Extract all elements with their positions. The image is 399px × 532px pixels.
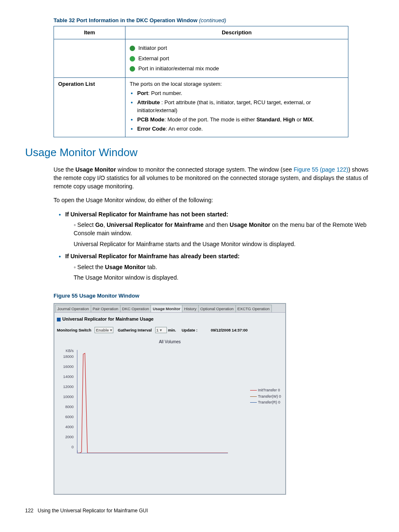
mon-switch-label: Monitoring Switch [57,328,91,332]
chart-legend: InitTransfer 0 Transfer(W) 0 Transfer(R)… [250,388,281,406]
tab-strip: Journal OperationPair OperationDKC Opera… [54,304,285,313]
figure-link[interactable]: Figure 55 (page 122) [294,166,348,173]
initiator-port-label: Initiator port [138,45,167,51]
list-item: If Universal Replicator for Mainframe ha… [65,252,374,282]
y-axis-labels: KB/s 18000 16000 14000 12000 10000 8000 … [59,348,74,455]
port-type-line: External port [130,55,344,62]
tab-usage-monitor[interactable]: Usage Monitor [151,305,182,312]
tab-pair[interactable]: Pair Operation [91,305,120,312]
page-footer: 122 Using the Universal Replicator for M… [25,507,374,514]
title-square-icon [57,318,61,321]
table-caption: Table 32 Port Information in the DKC Ope… [54,17,374,24]
op-list-item: Operation List [54,77,125,137]
interval-dropdown[interactable]: 1 ▾ [155,327,167,333]
tab-journal[interactable]: Journal Operation [55,305,91,312]
section-heading: Usage Monitor Window [25,145,374,160]
table-row: Initiator port External port Port in ini… [54,39,348,78]
external-port-icon [130,56,135,62]
controls-row: Monitoring Switch Enable ▾ Gathering Int… [54,324,285,337]
external-port-label: External port [138,55,169,62]
usage-monitor-window: Journal OperationPair OperationDKC Opera… [54,303,286,495]
op-list-lead: The ports on the local storage system: [130,80,344,88]
table-row: Operation List The ports on the local st… [54,77,348,137]
list-item: Attribute : Port attribute (that is, ini… [137,99,344,114]
result-text: Universal Replicator for Mainframe start… [74,240,374,249]
page-number: 122 [25,508,33,514]
paragraph: Use the Usage Monitor window to monitor … [54,166,374,190]
chart-area: All Volumes KB/s 18000 16000 14000 12000… [54,337,285,494]
list-item: Port: Port number. [137,90,344,97]
update-timestamp: 09/12/2008 14:37:00 [211,328,248,332]
gathering-label: Gathering Interval [118,328,152,332]
col-description: Description [125,26,348,39]
initiator-port-icon [130,46,135,51]
mix-port-icon [130,66,135,72]
op-list: Port: Port number. Attribute : Port attr… [130,90,344,133]
legend-item: Transfer(W) 0 [250,394,281,399]
mix-port-label: Port in initiator/external mix mode [138,65,219,72]
port-info-table: Item Description Initiator port External… [54,26,348,137]
list-item: If Universal Replicator for Mainframe ha… [65,211,374,248]
port-type-line: Port in initiator/external mix mode [130,65,344,72]
paragraph: To open the Usage Monitor window, do eit… [54,196,374,205]
mon-switch-dropdown[interactable]: Enable ▾ [95,327,113,333]
chart-plot [77,350,228,453]
figure-caption: Figure 55 Usage Monitor Window [54,292,374,300]
caption-continued: (continued) [199,17,226,23]
instruction-list: If Universal Replicator for Mainframe ha… [54,211,374,282]
list-item: Select the Usage Monitor tab. The Usage … [74,263,374,282]
tab-optional[interactable]: Optional Operation [198,305,236,312]
caption-text: Table 32 Port Information in the DKC Ope… [54,17,199,23]
list-item: PCB Mode: Mode of the port. The mode is … [137,116,344,123]
min-label: min. [168,328,176,332]
legend-item: Transfer(R) 0 [250,400,281,405]
tab-dkc[interactable]: DKC Operation [120,305,151,312]
result-text: The Usage Monitor window is displayed. [74,274,374,282]
series-inittransfer [78,353,228,453]
list-item: Select Go, Universal Replicator for Main… [74,221,374,248]
port-type-line: Initiator port [130,44,344,52]
list-item: Error Code: An error code. [137,125,344,133]
footer-title: Using the Universal Replicator for Mainf… [38,508,148,514]
tab-exctg[interactable]: EXCTG Operation [235,305,272,312]
case-heading: If Universal Replicator for Mainframe ha… [65,211,228,218]
chart-title: All Volumes [58,339,282,345]
update-label: Update : [182,328,197,332]
case-heading: If Universal Replicator for Mainframe ha… [65,253,240,260]
window-title: Universal Replicator for Mainframe Usage [54,313,285,324]
tab-history[interactable]: History [182,305,199,312]
table-header-row: Item Description [54,26,348,39]
col-item: Item [54,26,125,39]
legend-item: InitTransfer 0 [250,388,281,393]
